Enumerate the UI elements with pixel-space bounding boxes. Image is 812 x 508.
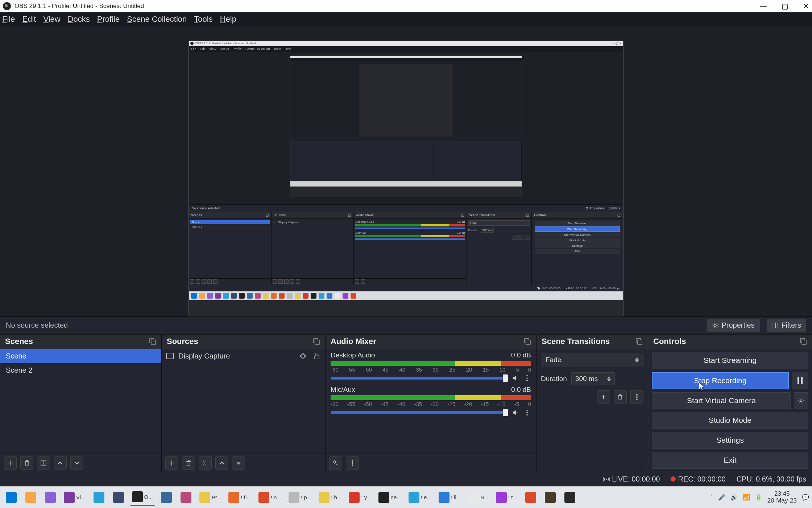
studio-mode-button[interactable]: Studio Mode (652, 412, 808, 429)
tray-battery-icon[interactable]: 🔋 (755, 494, 762, 501)
channel-menu-icon[interactable] (523, 409, 531, 417)
volume-slider[interactable] (331, 411, 508, 414)
start-streaming-button[interactable]: Start Streaming (652, 352, 808, 369)
sources-list[interactable]: Display Capture (162, 349, 325, 454)
transition-select[interactable]: Fade (541, 353, 643, 367)
scene-filter-button[interactable] (37, 456, 50, 470)
app-icon (6, 492, 17, 503)
channel-menu-icon[interactable] (523, 374, 531, 382)
menu-tools[interactable]: Tools (194, 15, 212, 24)
tray-speaker-icon[interactable]: 🔊 (730, 494, 738, 501)
taskbar-item[interactable]: Vi... (62, 489, 88, 506)
transition-menu-button[interactable] (630, 390, 643, 403)
taskbar-item[interactable] (562, 489, 578, 506)
popout-icon[interactable] (635, 338, 643, 345)
menu-help[interactable]: Help (220, 15, 236, 24)
source-up-button[interactable] (215, 456, 228, 470)
filters-button[interactable]: Filters (767, 319, 806, 332)
transition-delete-button[interactable] (614, 390, 627, 403)
taskbar-item[interactable]: ne... (376, 489, 403, 506)
speaker-icon[interactable] (511, 374, 519, 382)
taskbar-item[interactable]: ! li... (436, 489, 463, 506)
taskbar-item[interactable] (178, 489, 194, 506)
source-item[interactable]: Display Capture (162, 349, 325, 363)
inner-source-toolbar: No source selected ⚙ Properties ▯ Filter… (189, 204, 623, 212)
taskbar-label: ! y... (361, 494, 371, 500)
menu-file[interactable]: FFileile (2, 15, 15, 24)
tray-chevron-icon[interactable]: ˄ (710, 494, 713, 501)
transitions-body: Fade Duration 300 ms + (536, 349, 648, 472)
taskbar-clock[interactable]: 23:45 20-May-23 (767, 491, 797, 504)
taskbar-item[interactable] (542, 489, 559, 506)
svg-point-26 (636, 396, 638, 398)
source-down-button[interactable] (232, 456, 245, 470)
minimize-button[interactable]: — (760, 2, 767, 11)
taskbar-item[interactable]: ! p... (286, 489, 314, 506)
source-properties-button[interactable] (199, 456, 212, 470)
taskbar-item[interactable] (42, 489, 59, 506)
scene-item[interactable]: Scene (0, 349, 161, 363)
scene-down-button[interactable] (70, 456, 83, 470)
taskbar-item[interactable]: S... (466, 489, 491, 506)
virtual-camera-settings-button[interactable] (794, 392, 808, 409)
menu-profile[interactable]: Profile (97, 15, 120, 24)
delete-scene-button[interactable] (20, 456, 33, 470)
preview-area[interactable]: OBS 29.1.1 · Profile: Untitled · Scenes:… (0, 26, 812, 316)
properties-button[interactable]: Properties (707, 319, 759, 332)
svg-rect-30 (798, 377, 799, 384)
taskbar-item[interactable] (91, 489, 107, 506)
sources-dock: Sources Display Capture (162, 335, 326, 472)
system-tray[interactable]: ˄ 🎤 🔊 📶 🔋 23:45 20-May-23 💬 (710, 491, 809, 504)
speaker-icon[interactable] (511, 409, 519, 417)
settings-button[interactable]: Settings (652, 432, 808, 449)
tray-wifi-icon[interactable]: 📶 (743, 494, 750, 501)
advanced-audio-button[interactable] (329, 456, 342, 470)
add-source-button[interactable] (165, 456, 178, 470)
taskbar-label: ! t... (508, 494, 517, 500)
pause-recording-button[interactable] (792, 372, 808, 389)
popout-icon[interactable] (313, 338, 320, 345)
popout-icon[interactable] (149, 338, 156, 345)
taskbar-item[interactable]: ! y... (347, 489, 373, 506)
menu-edit[interactable]: Edit (22, 15, 36, 24)
transition-add-button[interactable]: + (597, 390, 610, 403)
taskbar-item[interactable]: ! t... (494, 489, 519, 506)
taskbar-item[interactable]: ! o... (256, 489, 283, 506)
maximize-button[interactable]: ▢ (782, 2, 788, 11)
popout-icon[interactable] (800, 338, 807, 345)
scene-item[interactable]: Scene 2 (0, 363, 161, 377)
menu-view[interactable]: View (43, 15, 60, 24)
tray-notification-icon[interactable]: 💬 (802, 494, 809, 501)
stop-recording-button[interactable]: Stop Recording (652, 372, 789, 389)
taskbar-item[interactable] (158, 489, 175, 506)
taskbar-item[interactable] (3, 489, 20, 506)
start-virtual-camera-button[interactable]: Start Virtual Camera (652, 392, 791, 409)
menu-scene-collection[interactable]: Scene Collection (127, 15, 187, 24)
app-icon (25, 492, 36, 503)
scenes-list[interactable]: Scene Scene 2 (0, 349, 161, 454)
lock-toggle[interactable] (313, 352, 321, 360)
volume-slider[interactable] (331, 377, 508, 380)
scenes-footer (0, 454, 161, 472)
delete-source-button[interactable] (182, 456, 195, 470)
taskbar-item[interactable] (22, 489, 39, 506)
menu-docks[interactable]: Docks (68, 15, 90, 24)
taskbar-item[interactable] (110, 489, 127, 506)
taskbar-item[interactable] (522, 489, 539, 506)
exit-button[interactable]: Exit (652, 452, 808, 469)
visibility-toggle[interactable] (299, 352, 307, 360)
taskbar-item[interactable]: O... (130, 489, 155, 506)
mixer-menu-button[interactable] (346, 456, 359, 470)
taskbar-item[interactable]: Pr... (197, 489, 224, 506)
scene-up-button[interactable] (54, 456, 67, 470)
taskbar-item[interactable]: ! e... (406, 489, 434, 506)
svg-point-32 (800, 400, 802, 401)
popout-icon[interactable] (524, 338, 531, 345)
taskbar-item[interactable]: ! fi... (226, 489, 253, 506)
taskbar-item[interactable]: ! b... (316, 489, 344, 506)
add-scene-button[interactable] (4, 456, 17, 470)
tray-mic-icon[interactable]: 🎤 (718, 494, 725, 501)
taskbar-label: Vi... (76, 494, 86, 500)
close-button[interactable]: ✕ (803, 2, 809, 11)
duration-input[interactable]: 300 ms (571, 372, 615, 385)
